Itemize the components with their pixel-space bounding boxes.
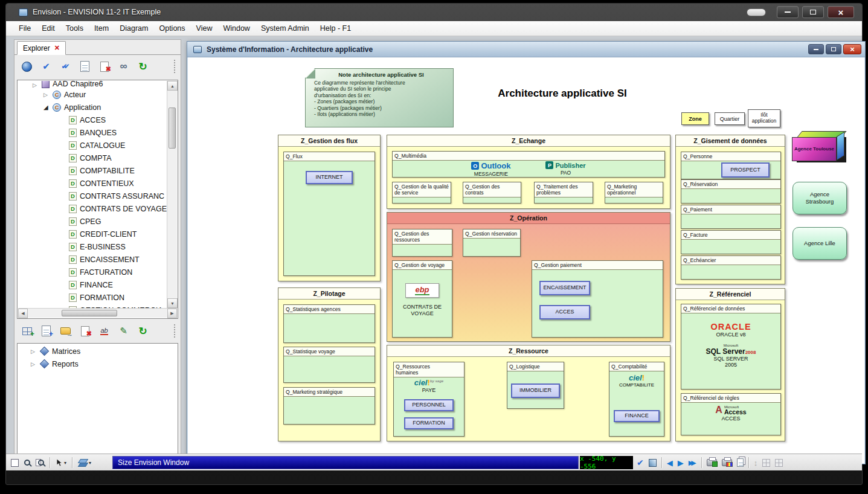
- zoom-icon[interactable]: [24, 460, 30, 466]
- ilot-internet[interactable]: INTERNET: [306, 171, 353, 184]
- quartier-referenciel-donnees[interactable]: Q_Référenciel de données ORACLE ORACLE v…: [681, 304, 781, 390]
- menu-help[interactable]: Help - F1: [315, 22, 356, 34]
- scroll-down-icon[interactable]: ▼: [167, 298, 178, 308]
- legend-zone[interactable]: Zone: [681, 112, 709, 125]
- quartier-statistique-voyage[interactable]: Q_Statistique voyage: [283, 347, 375, 383]
- quartier-traitement-problemes[interactable]: Q_Traitement des problèmes: [534, 182, 593, 204]
- tree-item-encaissement[interactable]: ENCAISSEMENT: [18, 253, 167, 266]
- menu-file[interactable]: File: [13, 22, 36, 34]
- zone-ressource[interactable]: Z_Ressource Q_Ressources humaines ciel!b…: [387, 345, 670, 441]
- quartier-multimedia[interactable]: Q_Multimédia O Outlook MESSAGERIE: [392, 151, 665, 178]
- tree-item-compta[interactable]: COMPTA: [18, 152, 167, 164]
- titlebar[interactable]: Envision - ENVISION 11-2 IT Exemple: [5, 3, 863, 21]
- legend-ilot[interactable]: Ilôt application: [748, 109, 780, 127]
- maximize-button[interactable]: [802, 6, 824, 18]
- refresh-icon[interactable]: [135, 59, 150, 74]
- scroll-right-icon[interactable]: ▶: [167, 309, 177, 318]
- legend-quartier[interactable]: Quartier: [715, 112, 745, 125]
- quartier-gestion-contrats[interactable]: Q_Gestion des contrats: [463, 182, 521, 204]
- ilot-finance[interactable]: FINANCE: [614, 410, 660, 422]
- grid-settings-icon[interactable]: [775, 459, 783, 467]
- tree-item-credit-client[interactable]: CREDIT-CLIENT: [18, 228, 167, 240]
- quartier-referenciel-regles[interactable]: Q_Référenciel de règles A MicrosoftAcces…: [681, 393, 781, 435]
- add-report-icon[interactable]: [39, 324, 54, 338]
- horizontal-scrollbar[interactable]: ◀ ▶: [18, 308, 177, 318]
- tree-item-formation[interactable]: FORMATION: [18, 291, 167, 304]
- zone-gestion-des-flux[interactable]: Z_Gestion des flux Q_Flux INTERNET: [278, 135, 381, 281]
- expanded-arrow-icon[interactable]: ◢: [43, 104, 53, 111]
- quartier-logistique[interactable]: Q_Logistique IMMOBILIER: [507, 362, 564, 409]
- menu-system-admin[interactable]: System Admin: [256, 22, 315, 34]
- zone-echange[interactable]: Z_Echange Q_Multimédia O Outlook: [387, 135, 670, 209]
- quartier-marketing-operationnel[interactable]: Q_Marketing opérationnel: [605, 182, 663, 204]
- quartier-marketing-strategique[interactable]: Q_Marketing stratégique: [283, 387, 375, 425]
- ilot-acces[interactable]: ACCES: [539, 305, 590, 319]
- scrollbar-thumb[interactable]: [169, 107, 176, 149]
- layers-icon[interactable]: ▾: [78, 459, 91, 467]
- quartier-paiement[interactable]: Q_Paiement: [681, 205, 781, 229]
- cube-icon[interactable]: [649, 459, 657, 467]
- validate-all-icon[interactable]: [58, 59, 73, 74]
- quartier-ressources-humaines[interactable]: Q_Ressources humaines ciel!by sage PAYE …: [393, 362, 465, 437]
- collapsed-arrow-icon[interactable]: ▷: [31, 361, 40, 367]
- diagram-canvas[interactable]: Note architecture applicative SI Ce diag…: [188, 57, 864, 463]
- collapsed-arrow-icon[interactable]: ▷: [43, 92, 53, 98]
- tree-item-application[interactable]: ◢ Application: [18, 101, 167, 114]
- grid-icon[interactable]: [762, 459, 770, 467]
- quartier-echeancier[interactable]: Q_Echéancier: [681, 255, 781, 280]
- menu-item[interactable]: Item: [89, 22, 114, 34]
- nav-last-icon[interactable]: ▶▶: [689, 460, 696, 466]
- vertical-scrollbar[interactable]: ▲ ▼: [167, 81, 177, 308]
- quartier-comptabilite[interactable]: Q_Comptabilité ciel! COMPTABILITE FINANC…: [609, 362, 664, 437]
- minimize-button[interactable]: [777, 6, 799, 18]
- print-color-icon[interactable]: [722, 459, 732, 466]
- tree-item-banques[interactable]: BANQUES: [18, 126, 167, 139]
- agence-lille[interactable]: Agence Lille: [792, 227, 847, 260]
- child-minimize-button[interactable]: [808, 44, 824, 54]
- tree-item-finance[interactable]: FINANCE: [18, 278, 167, 291]
- quartier-gestion-ressources[interactable]: Q_Gestion des ressources: [392, 229, 452, 257]
- ilot-encaissement[interactable]: ENCAISSEMENT: [539, 281, 590, 295]
- edit-icon[interactable]: [116, 324, 131, 338]
- tree-item-aad-chapitre6[interactable]: ▷ AAD Chapitre6: [18, 81, 167, 88]
- tree-item-contentieux[interactable]: CONTENTIEUX: [18, 177, 167, 190]
- quartier-gestion-voyage[interactable]: Q_Gestion de voyage ebp CONTRATS DE VOYA…: [392, 260, 452, 338]
- ilot-prospect[interactable]: PROSPECT: [721, 162, 770, 178]
- zone-operation[interactable]: Z_Opération Q_Gestion des ressources Q_G…: [387, 212, 670, 342]
- settings-icon[interactable]: [19, 59, 34, 74]
- quartier-facture[interactable]: Q_Facture: [681, 230, 781, 254]
- print-icon[interactable]: [707, 459, 717, 466]
- zone-referenciel[interactable]: Z_Référenciel Q_Référenciel de données O…: [675, 288, 785, 441]
- refresh-icon[interactable]: [135, 324, 150, 338]
- nav-back-icon[interactable]: ◀: [667, 459, 673, 467]
- link-icon[interactable]: [116, 59, 131, 74]
- document-icon[interactable]: [77, 59, 92, 74]
- quartier-statistiques-agences[interactable]: Q_Statistiques agences: [283, 304, 375, 343]
- scrollbar-thumb[interactable]: [62, 310, 117, 316]
- copy-icon[interactable]: [737, 458, 744, 467]
- ilot-personnel[interactable]: PERSONNEL: [404, 399, 454, 411]
- toolbar-grip[interactable]: [174, 60, 177, 73]
- rename-icon[interactable]: [97, 324, 112, 338]
- menu-edit[interactable]: Edit: [36, 22, 60, 34]
- tree-item-matrices[interactable]: ▷ Matrices: [19, 345, 176, 358]
- diagram-window-titlebar[interactable]: Système d'Information - Architecture app…: [187, 42, 865, 57]
- split-icon[interactable]: [754, 458, 758, 467]
- tree-item-contrats-assurance[interactable]: CONTRATS ASSURANC: [18, 190, 167, 202]
- child-close-button[interactable]: [843, 44, 861, 54]
- tree-item-e-business[interactable]: E-BUSINESS: [18, 240, 167, 253]
- quartier-flux[interactable]: Q_Flux INTERNET: [283, 152, 375, 276]
- nav-forward-icon[interactable]: ▶: [678, 459, 684, 467]
- quartier-gestion-reservation[interactable]: Q_Gestion réservation: [463, 229, 521, 257]
- tab-explorer[interactable]: Explorer ✕: [17, 41, 66, 55]
- menu-diagram[interactable]: Diagram: [114, 22, 153, 34]
- tab-close-icon[interactable]: ✕: [54, 45, 60, 51]
- menu-view[interactable]: View: [191, 22, 218, 34]
- dropdown-caret-icon[interactable]: ▾: [64, 460, 66, 466]
- apply-icon[interactable]: [637, 458, 644, 467]
- scroll-up-icon[interactable]: ▲: [167, 81, 178, 91]
- pointer-icon[interactable]: ▾: [56, 458, 66, 467]
- delete-icon[interactable]: [77, 324, 92, 338]
- tree-item-comptabilite[interactable]: COMPTABILITE: [18, 164, 167, 177]
- agence-strasbourg[interactable]: Agence Strasbourg: [792, 182, 847, 214]
